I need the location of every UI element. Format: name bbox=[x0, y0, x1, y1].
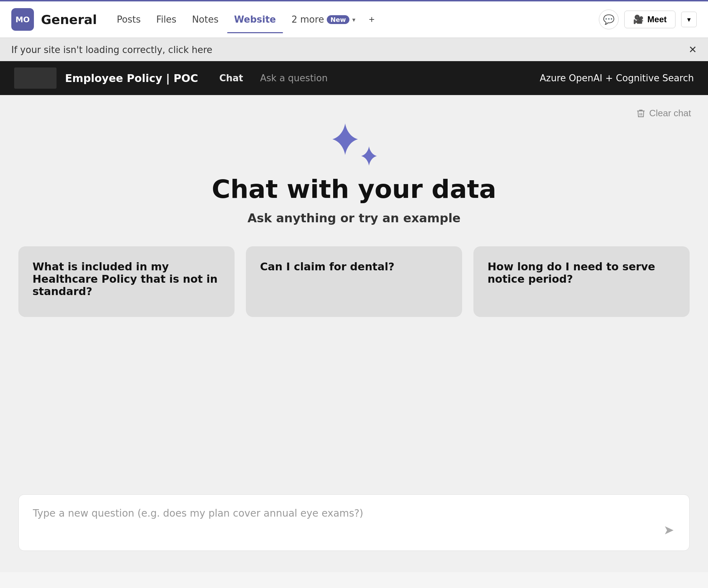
app-title: Employee Policy | POC bbox=[65, 72, 198, 84]
example-card-2[interactable]: Can I claim for dental? bbox=[246, 246, 462, 317]
tab-files[interactable]: Files bbox=[149, 11, 183, 28]
tab-notes[interactable]: Notes bbox=[185, 11, 225, 28]
nav-tabs: Posts Files Notes Website 2 more New ▾ + bbox=[110, 11, 599, 28]
send-button[interactable]: ➤ bbox=[658, 519, 679, 541]
trash-icon bbox=[636, 108, 646, 118]
hero-section: Chat with your data Ask anything or try … bbox=[212, 123, 496, 225]
tab-more-label: 2 more bbox=[291, 14, 324, 25]
meet-button[interactable]: 🎥 Meet bbox=[624, 11, 675, 28]
hero-subtitle: Ask anything or try an example bbox=[247, 211, 460, 225]
site-banner: If your site isn't loading correctly, cl… bbox=[0, 38, 708, 61]
video-icon: 🎥 bbox=[633, 14, 644, 24]
meet-chevron-button[interactable]: ▾ bbox=[681, 12, 697, 27]
add-tab-button[interactable]: + bbox=[364, 12, 379, 27]
sparkle-decoration bbox=[329, 123, 379, 166]
input-placeholder-text: Type a new question (e.g. does my plan c… bbox=[33, 507, 661, 519]
app-logo bbox=[14, 67, 57, 89]
clear-chat-button[interactable]: Clear chat bbox=[636, 108, 691, 119]
tab-more[interactable]: 2 more New ▾ bbox=[284, 11, 362, 28]
nav-ask-question[interactable]: Ask a question bbox=[260, 73, 328, 83]
app-header: Employee Policy | POC Chat Ask a questio… bbox=[0, 61, 708, 95]
header-right: 💬 🎥 Meet ▾ bbox=[599, 10, 697, 29]
example-cards: What is included in my Healthcare Policy… bbox=[18, 246, 690, 317]
sparkle-small-icon bbox=[359, 146, 379, 166]
chevron-down-icon: ▾ bbox=[687, 15, 691, 24]
banner-close-button[interactable]: ✕ bbox=[689, 44, 697, 55]
example-card-1[interactable]: What is included in my Healthcare Policy… bbox=[18, 246, 235, 317]
question-input-box[interactable]: Type a new question (e.g. does my plan c… bbox=[18, 494, 690, 551]
azure-badge: Azure OpenAI + Cognitive Search bbox=[540, 73, 694, 83]
hero-title: Chat with your data bbox=[212, 174, 496, 204]
input-area: Type a new question (e.g. does my plan c… bbox=[18, 494, 690, 551]
chevron-down-icon: ▾ bbox=[352, 16, 355, 23]
example-card-3[interactable]: How long do I need to serve notice perio… bbox=[473, 246, 690, 317]
avatar: MO bbox=[11, 8, 34, 31]
clear-chat-label: Clear chat bbox=[649, 108, 691, 119]
channel-name: General bbox=[41, 12, 97, 27]
teams-bar: MO General Posts Files Notes Website 2 m… bbox=[0, 0, 708, 38]
main-content: Clear chat Chat with your data Ask anyth… bbox=[0, 95, 708, 572]
send-icon: ➤ bbox=[663, 523, 674, 537]
tab-website[interactable]: Website bbox=[227, 11, 283, 28]
tab-posts[interactable]: Posts bbox=[110, 11, 148, 28]
nav-chat[interactable]: Chat bbox=[219, 73, 243, 83]
chat-icon-button[interactable]: 💬 bbox=[599, 10, 619, 29]
banner-text: If your site isn't loading correctly, cl… bbox=[11, 45, 212, 55]
chat-bubble-icon: 💬 bbox=[603, 14, 614, 25]
new-badge: New bbox=[327, 15, 349, 24]
sparkle-large-icon bbox=[329, 123, 361, 155]
app-nav: Chat Ask a question bbox=[219, 73, 540, 83]
meet-label: Meet bbox=[647, 14, 667, 24]
